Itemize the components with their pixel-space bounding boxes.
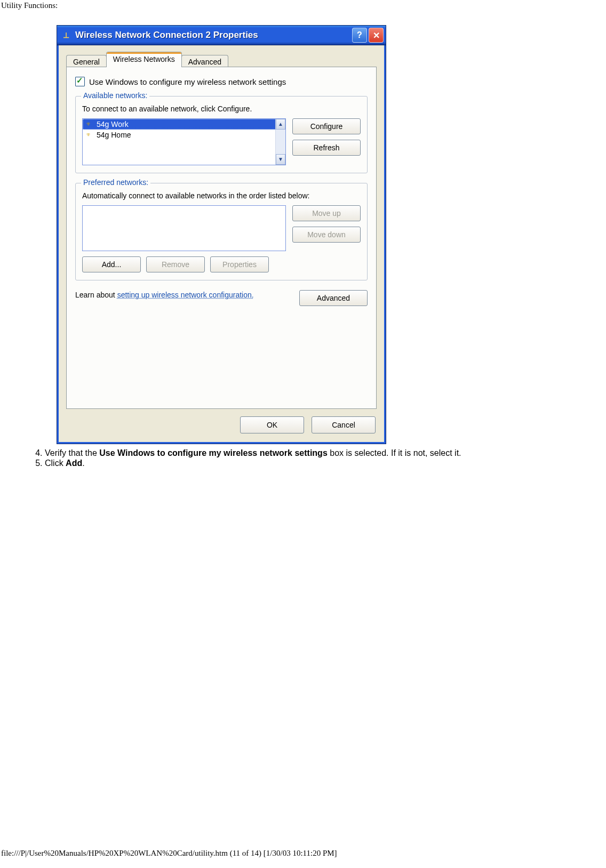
advanced-button[interactable]: Advanced bbox=[299, 290, 368, 306]
learn-about-text: Learn about setting up wireless network … bbox=[75, 290, 293, 301]
preferred-networks-group: Preferred networks: Automatically connec… bbox=[75, 183, 368, 280]
ok-button[interactable]: OK bbox=[240, 416, 304, 433]
configure-button[interactable]: Configure bbox=[292, 118, 361, 134]
window-title: Wireless Network Connection 2 Properties bbox=[75, 30, 352, 41]
screenshot-container: ⊥ Wireless Network Connection 2 Properti… bbox=[57, 25, 606, 444]
preferred-legend: Preferred networks: bbox=[81, 178, 150, 187]
use-windows-checkbox[interactable] bbox=[75, 77, 85, 86]
learn-link[interactable]: setting up wireless network configuratio… bbox=[117, 291, 254, 299]
instruction-item: Click Add. bbox=[45, 459, 606, 468]
tab-wireless-networks[interactable]: Wireless Networks bbox=[106, 52, 182, 67]
preferred-networks-list[interactable] bbox=[82, 205, 286, 251]
add-button[interactable]: Add... bbox=[82, 256, 141, 272]
available-hint: To connect to an available network, clic… bbox=[82, 104, 361, 114]
network-name: 54g Work bbox=[97, 120, 129, 128]
move-up-button[interactable]: Move up bbox=[292, 205, 361, 221]
refresh-button[interactable]: Refresh bbox=[292, 140, 361, 156]
available-networks-group: Available networks: To connect to an ava… bbox=[75, 96, 368, 173]
preferred-hint: Automatically connect to available netwo… bbox=[82, 191, 361, 201]
instruction-list: Verify that the Use Windows to configure… bbox=[27, 448, 606, 468]
tab-content: Use Windows to configure my wireless net… bbox=[66, 67, 377, 409]
instruction-item: Verify that the Use Windows to configure… bbox=[45, 448, 606, 458]
network-name: 54g Home bbox=[97, 131, 131, 139]
help-button[interactable]: ? bbox=[352, 28, 367, 43]
available-networks-list[interactable]: ᯤ 54g Work ᯤ 54g Home ▲ ▼ bbox=[82, 118, 286, 165]
tab-strip: General Wireless Networks Advanced bbox=[66, 52, 377, 67]
list-item[interactable]: ᯤ 54g Work bbox=[83, 119, 276, 130]
dialog-button-bar: OK Cancel bbox=[57, 409, 386, 444]
cancel-button[interactable]: Cancel bbox=[312, 416, 376, 433]
scroll-down-icon[interactable]: ▼ bbox=[276, 154, 285, 165]
remove-button[interactable]: Remove bbox=[146, 256, 205, 272]
page-header: Utility Functions: bbox=[0, 0, 606, 10]
wireless-icon: ⊥ bbox=[61, 30, 71, 40]
properties-button[interactable]: Properties bbox=[210, 256, 269, 272]
use-windows-label: Use Windows to configure my wireless net… bbox=[89, 77, 286, 86]
move-down-button[interactable]: Move down bbox=[292, 227, 361, 243]
scrollbar[interactable]: ▲ ▼ bbox=[275, 119, 285, 165]
available-legend: Available networks: bbox=[81, 91, 149, 100]
network-icon: ᯤ bbox=[85, 131, 93, 139]
titlebar[interactable]: ⊥ Wireless Network Connection 2 Properti… bbox=[57, 26, 386, 45]
properties-dialog: ⊥ Wireless Network Connection 2 Properti… bbox=[57, 25, 386, 444]
list-item[interactable]: ᯤ 54g Home bbox=[83, 130, 276, 140]
scroll-up-icon[interactable]: ▲ bbox=[276, 119, 285, 130]
close-button[interactable]: ✕ bbox=[369, 28, 384, 43]
network-icon: ᯤ bbox=[85, 120, 93, 128]
